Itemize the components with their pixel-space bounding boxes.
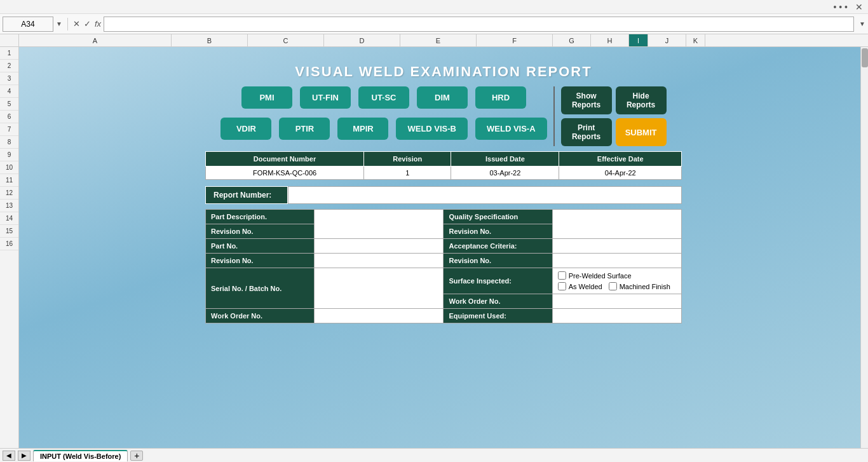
doc-header-revision: Revision [364, 152, 451, 166]
doc-revision-value: 1 [364, 166, 451, 180]
doc-effective-value: 04-Apr-22 [559, 166, 682, 180]
doc-header-effective: Effective Date [559, 152, 682, 166]
equipment-used-value[interactable] [552, 309, 681, 323]
as-welded-item: As Welded [558, 282, 602, 290]
report-title: VISUAL WELD EXAMINATION REPORT [24, 52, 863, 86]
row-4: 4 [0, 85, 18, 98]
formula-bar-end: ▼ [859, 20, 865, 27]
row-14: 14 [0, 212, 18, 225]
surface-inspected-label: Surface Inspected: [444, 268, 552, 294]
serial-batch-label: Serial No. / Batch No. [206, 268, 315, 309]
welded-row: As Welded Machined Finish [558, 282, 676, 290]
formula-input[interactable] [104, 17, 854, 32]
cell-ref-value: A34 [21, 20, 34, 29]
col-header-d[interactable]: D [324, 34, 400, 46]
col-header-j[interactable]: J [648, 34, 686, 46]
as-welded-label: As Welded [569, 283, 602, 290]
doc-issued-value: 03-Apr-22 [451, 166, 559, 180]
scrollbar-thumb[interactable] [862, 48, 868, 67]
row-3: 3 [0, 72, 18, 85]
report-number-row: Report Number: [205, 186, 682, 204]
ut-sc-button[interactable]: UT-SC [358, 86, 409, 109]
row-16: 16 [0, 238, 18, 250]
part-no-value[interactable] [315, 239, 444, 254]
pmi-button[interactable]: PMI [241, 86, 292, 109]
col-header-a[interactable]: A [19, 34, 172, 46]
column-headers: A B C D E F G H I J K [0, 34, 868, 47]
row-8: 8 [0, 136, 18, 149]
revision-no-1b-label: Revision No. [444, 224, 552, 239]
revision-no-3-label: Revision No. [444, 254, 552, 268]
pre-welded-label: Pre-Welded Surface [569, 272, 632, 280]
serial-batch-value[interactable] [315, 268, 444, 309]
ptir-button[interactable]: PTIR [279, 118, 330, 140]
row-6: 6 [0, 111, 18, 123]
row-9: 9 [0, 149, 18, 161]
report-number-label: Report Number: [205, 186, 288, 204]
nav-buttons-row1: PMI UT-FIN UT-SC DIM HRD [220, 86, 546, 109]
col-header-g[interactable]: G [553, 34, 591, 46]
row-12: 12 [0, 187, 18, 200]
cell-ref-dropdown[interactable]: ▼ [56, 20, 62, 27]
weld-vis-a-button[interactable]: WELD VIS-A [475, 118, 547, 140]
work-order-no-label: Work Order No. [206, 309, 315, 323]
revision-no-1-label: Revision No. [206, 224, 315, 239]
as-welded-checkbox[interactable] [558, 282, 566, 290]
report-number-input[interactable] [288, 186, 682, 204]
machined-finish-checkbox[interactable] [609, 282, 617, 290]
col-header-b[interactable]: B [172, 34, 248, 46]
vdir-button[interactable]: VDIR [220, 118, 271, 140]
fx-label: fx [95, 19, 101, 29]
acceptance-criteria-label: Acceptance Criteria: [444, 239, 552, 254]
col-header-h[interactable]: H [591, 34, 629, 46]
ut-fin-button[interactable]: UT-FIN [300, 86, 351, 109]
document-table: Document Number Revision Issued Date Eff… [205, 151, 682, 180]
col-header-e[interactable]: E [400, 34, 477, 46]
show-reports-button[interactable]: ShowReports [561, 86, 612, 114]
quality-spec-value[interactable] [552, 210, 681, 239]
row-11: 11 [0, 174, 18, 187]
revision-no-2-value[interactable] [315, 254, 444, 268]
row-1: 1 [0, 47, 18, 60]
confirm-icon[interactable]: ✓ [84, 19, 91, 29]
col-header-i[interactable]: I [629, 34, 648, 46]
row-2: 2 [0, 60, 18, 72]
form-table: Part Description. Quality Specification … [205, 209, 682, 323]
pre-welded-checkbox[interactable] [558, 271, 566, 280]
row-numbers: 1 2 3 4 5 6 7 8 9 10 11 12 13 14 15 16 [0, 47, 19, 448]
work-order-no-value[interactable] [315, 309, 444, 323]
part-description-value[interactable] [315, 210, 444, 239]
part-no-label: Part No. [206, 239, 315, 254]
hrd-button[interactable]: HRD [475, 86, 526, 109]
cancel-icon[interactable]: ✕ [73, 19, 80, 29]
work-order-value[interactable] [552, 294, 681, 309]
pre-welded-item: Pre-Welded Surface [558, 271, 676, 280]
doc-number-value: FORM-KSA-QC-006 [206, 166, 364, 180]
submit-button[interactable]: SUBMIT [616, 118, 667, 146]
revision-no-3-value[interactable] [552, 254, 681, 268]
nav-buttons-row2: VDIR PTIR MPIR WELD VIS-B WELD VIS-A [220, 118, 546, 140]
excel-body: 1 2 3 4 5 6 7 8 9 10 11 12 13 14 15 16 V… [0, 47, 868, 448]
machined-finish-label: Machined Finish [620, 283, 670, 290]
hide-reports-button[interactable]: HideReports [616, 86, 667, 114]
doc-header-number: Document Number [206, 152, 364, 166]
weld-vis-b-button[interactable]: WELD VIS-B [396, 118, 468, 140]
col-header-k[interactable]: K [686, 34, 705, 46]
mpir-button[interactable]: MPIR [337, 118, 388, 140]
cell-reference-box[interactable]: A34 [3, 17, 53, 32]
surface-inspected-value: Pre-Welded Surface As Welded [552, 268, 681, 294]
col-header-f[interactable]: F [477, 34, 553, 46]
vertical-scrollbar[interactable] [860, 47, 868, 448]
close-button[interactable]: ✕ [855, 2, 863, 12]
acceptance-criteria-value[interactable] [552, 239, 681, 254]
row-10: 10 [0, 161, 18, 174]
part-description-label: Part Description. [206, 210, 315, 224]
side-btn-row1: ShowReports HideReports [561, 86, 667, 114]
dim-button[interactable]: DIM [417, 86, 468, 109]
equipment-used-label: Equipment Used: [444, 309, 552, 323]
title-dots: • • • [834, 2, 848, 12]
formula-bar-separator [67, 18, 68, 31]
surface-checkboxes: Pre-Welded Surface As Welded [558, 271, 676, 290]
print-reports-button[interactable]: PrintReports [561, 118, 612, 146]
col-header-c[interactable]: C [248, 34, 324, 46]
